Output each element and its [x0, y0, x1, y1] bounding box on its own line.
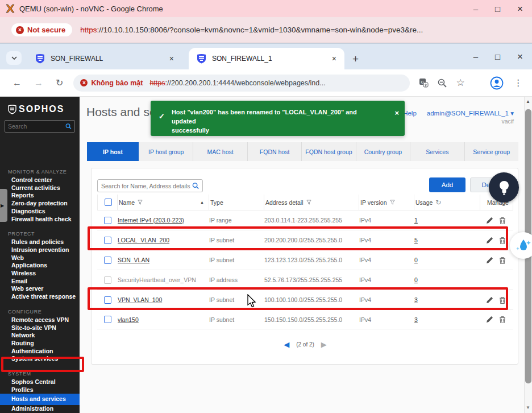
list-search-input[interactable] [101, 183, 192, 189]
bookmark-star-icon[interactable]: ☆ [456, 77, 464, 89]
sidebar-item-site-to-site-vpn[interactable]: Site-to-site VPN [0, 324, 80, 332]
row-checkbox[interactable] [104, 257, 111, 264]
tab-mac-host[interactable]: MAC host [193, 142, 247, 161]
link-help[interactable]: Help [403, 110, 417, 117]
profile-avatar-icon[interactable] [490, 76, 504, 90]
close-icon[interactable]: × [517, 4, 523, 14]
back-icon[interactable]: ← [13, 78, 22, 88]
filter-icon[interactable] [138, 200, 143, 205]
tab-close-icon[interactable]: × [332, 54, 336, 63]
sidebar-item-network[interactable]: Network [0, 332, 80, 340]
sidebar-item-sophos-central[interactable]: Sophos Central [0, 378, 80, 386]
delete-icon[interactable] [499, 237, 506, 244]
host-name-link[interactable]: Internet IPv4 (203.0-223) [118, 217, 184, 224]
maximize-icon[interactable]: □ [495, 5, 500, 13]
row-checkbox[interactable] [104, 237, 111, 244]
edit-icon[interactable] [486, 257, 493, 264]
outer-security-chip[interactable]: × Not secure [11, 23, 72, 36]
new-tab-button[interactable]: + [352, 53, 359, 65]
sidebar-item-system-services[interactable]: System services [0, 355, 80, 363]
usage-count-link[interactable]: 3 [414, 316, 418, 323]
delete-icon[interactable] [499, 257, 506, 264]
assistant-lightbulb-button[interactable] [489, 172, 519, 203]
tab-ip-host-group[interactable]: IP host group [139, 142, 193, 161]
edit-icon[interactable] [486, 296, 493, 304]
tab-fqdn-host[interactable]: FQDN host [248, 142, 302, 161]
minimize-icon[interactable]: – [473, 52, 478, 61]
reload-icon[interactable]: ↻ [56, 77, 63, 88]
usage-count-link[interactable]: 0 [414, 276, 418, 283]
host-name-link[interactable]: vlan150 [118, 316, 139, 323]
delete-icon[interactable] [499, 316, 506, 323]
row-checkbox[interactable] [104, 217, 111, 224]
filter-icon[interactable] [390, 200, 395, 205]
sidebar-item-firewall-health-check[interactable]: Firewall health check [0, 216, 80, 224]
sidebar-item-administration[interactable]: Administration [0, 405, 80, 413]
sidebar-search-input[interactable] [8, 123, 65, 130]
usage-count-link[interactable]: 1 [414, 217, 418, 224]
sidebar-item-routing[interactable]: Routing [0, 340, 80, 348]
edit-icon[interactable] [486, 316, 493, 323]
sidebar-item-applications[interactable]: Applications [0, 262, 80, 270]
address-bar[interactable]: × Không bảo mật https://200.200.200.1:44… [73, 75, 410, 92]
filter-icon[interactable] [306, 200, 311, 205]
usage-count-link[interactable]: 3 [414, 296, 418, 303]
tab-search-button[interactable] [6, 51, 22, 65]
refresh-icon[interactable]: ↻ [435, 199, 441, 206]
sidebar-collapse-handle[interactable]: ▶ [0, 189, 7, 222]
host-name-link[interactable]: SON_VLAN [118, 257, 149, 263]
tab-ip-host[interactable]: IP host [87, 142, 139, 161]
tab-service-group[interactable]: Service group [465, 142, 518, 161]
select-all-checkbox[interactable] [105, 199, 112, 206]
sidebar-item-wireless[interactable]: Wireless [0, 270, 80, 278]
scroll-up-icon[interactable]: ▲ [526, 99, 530, 104]
menu-dots-icon[interactable]: ⋮ [514, 77, 523, 88]
row-checkbox[interactable] [104, 296, 111, 304]
zoom-icon[interactable] [438, 79, 447, 88]
row-checkbox[interactable] [104, 316, 111, 323]
edit-icon[interactable] [486, 217, 493, 224]
usage-count-link[interactable]: 0 [414, 257, 418, 263]
maximize-icon[interactable]: □ [495, 52, 500, 61]
add-button[interactable]: Add [429, 177, 466, 192]
sidebar-item-authentication[interactable]: Authentication [0, 348, 80, 356]
delete-icon[interactable] [499, 296, 506, 304]
minimize-icon[interactable]: – [473, 5, 478, 13]
delete-icon[interactable] [499, 217, 506, 224]
edit-icon[interactable] [486, 237, 493, 244]
host-name-link[interactable]: LOCAL_VLAN_200 [118, 237, 169, 243]
sidebar-item-zero-day-protection[interactable]: Zero-day protection [0, 200, 80, 208]
sidebar-item-reports[interactable]: Reports [0, 192, 80, 200]
scroll-down-icon[interactable]: ▼ [526, 405, 530, 410]
sidebar-item-intrusion-prevention[interactable]: Intrusion prevention [0, 246, 80, 254]
water-drop-widget[interactable] [510, 232, 532, 259]
forward-icon[interactable]: → [34, 78, 43, 88]
account-menu[interactable]: admin@SON_FIREWALL_1 ▾ [427, 109, 514, 117]
tab-fqdn-host-group[interactable]: FQDN host group [302, 142, 356, 161]
close-icon[interactable]: × [517, 52, 523, 61]
sidebar-search[interactable] [5, 120, 75, 133]
sidebar-item-rules-and-policies[interactable]: Rules and policies [0, 238, 80, 246]
tab-son-firewall-1-active[interactable]: SON_FIREWALL_1 × [189, 48, 344, 69]
sidebar-item-active-threat-response[interactable]: Active threat response [0, 293, 80, 301]
translate-icon[interactable]: G [419, 78, 429, 88]
sidebar-item-web-server[interactable]: Web server [0, 285, 80, 293]
tab-close-icon[interactable]: × [169, 54, 174, 63]
tab-country-group[interactable]: Country group [356, 142, 410, 161]
toast-close-icon[interactable]: × [394, 109, 399, 136]
list-search[interactable] [97, 179, 203, 192]
sidebar-item-profiles[interactable]: Profiles [0, 386, 80, 394]
sidebar-item-current-activities[interactable]: Current activities [0, 184, 80, 192]
page-prev-icon[interactable]: ◀ [284, 340, 289, 349]
sidebar-item-diagnostics[interactable]: Diagnostics [0, 208, 80, 216]
sidebar-item-hosts-and-services[interactable]: Hosts and services [0, 394, 80, 405]
sidebar-item-web[interactable]: Web [0, 254, 80, 262]
sidebar-item-remote-access-vpn[interactable]: Remote access VPN [0, 316, 80, 324]
usage-count-link[interactable]: 5 [414, 237, 418, 243]
sort-asc-icon[interactable]: ▲ [200, 200, 204, 204]
tab-services[interactable]: Services [410, 142, 464, 161]
host-name-link[interactable]: VPN_VLAN_100 [118, 296, 162, 303]
sidebar-item-control-center[interactable]: Control center [0, 176, 80, 184]
outer-url[interactable]: https://10.10.10.150:8006/?console=kvm&n… [80, 26, 423, 34]
sidebar-item-email[interactable]: Email [0, 278, 80, 286]
